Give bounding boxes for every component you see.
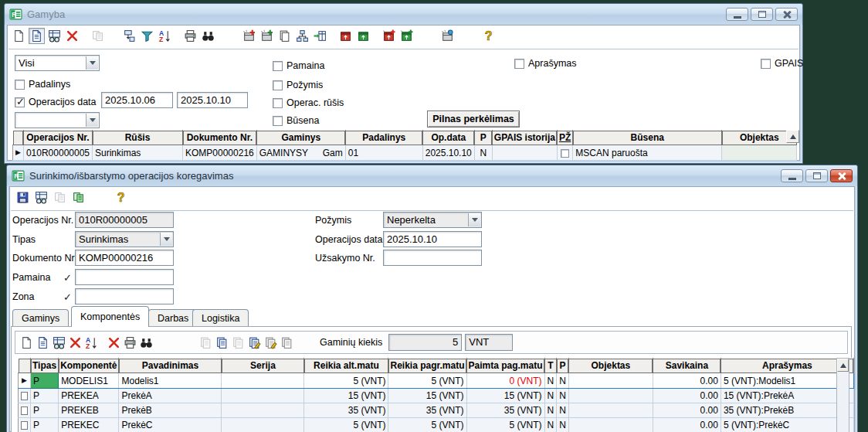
cell[interactable]	[222, 403, 304, 418]
flowchart-icon[interactable]	[294, 28, 310, 44]
cell[interactable]: 5 (VNT)	[388, 373, 466, 389]
cell[interactable]: 0.00	[653, 389, 721, 403]
operacijos-data-field[interactable]: 2025.10.10	[383, 231, 482, 247]
table-import-icon[interactable]	[312, 28, 328, 44]
chevron-down-icon[interactable]	[468, 213, 480, 226]
column-header[interactable]: Padalinys	[345, 131, 422, 145]
column-header[interactable]: Tipas	[31, 359, 59, 373]
aprasymas-checkbox[interactable]: Aprašymas	[514, 58, 577, 69]
column-header[interactable]: P	[557, 359, 569, 373]
paste-icon[interactable]	[70, 189, 86, 206]
cell[interactable]: 0.00	[653, 418, 721, 432]
cell[interactable]	[222, 373, 304, 389]
delete-icon[interactable]	[67, 335, 83, 351]
column-header[interactable]: P	[474, 131, 492, 145]
secondary-select[interactable]	[15, 112, 100, 128]
row-selector[interactable]	[21, 392, 28, 400]
cell[interactable]: 5 (VNT)	[304, 373, 388, 389]
filter-icon[interactable]	[139, 28, 155, 44]
scroll-up-button[interactable]	[786, 130, 799, 143]
cell[interactable]: PrekėB	[119, 403, 222, 418]
cell[interactable]: 010R00000005	[23, 145, 92, 161]
cell[interactable]: N	[557, 373, 569, 389]
tab-gaminys[interactable]: Gaminys	[12, 309, 69, 327]
hierarchy-icon[interactable]	[121, 28, 137, 44]
print-icon[interactable]	[122, 335, 138, 351]
selector-header[interactable]	[19, 359, 31, 373]
type-select[interactable]: Visi	[15, 55, 100, 71]
cell[interactable]: N	[544, 389, 557, 403]
gpais-row-checkbox[interactable]	[557, 145, 572, 161]
ledger-green-add-icon[interactable]	[398, 28, 415, 44]
pages-blue-icon[interactable]	[214, 335, 230, 351]
cell[interactable]: 15 (VNT)	[388, 389, 466, 403]
padalinys-checkbox[interactable]: Padalinys	[15, 79, 70, 90]
table-row[interactable]: P PREKEC PrekėC 5 (VNT) 5 (VNT) 5 (VNT) …	[19, 418, 854, 432]
minimize-button[interactable]	[781, 169, 803, 182]
chevron-down-icon[interactable]	[86, 56, 98, 70]
cell[interactable]: PrekėC	[119, 418, 222, 432]
column-header[interactable]: Komponentė	[59, 359, 119, 373]
pages-yellow-icon[interactable]	[263, 335, 279, 351]
cell[interactable]: P	[31, 403, 59, 418]
cell[interactable]: MODELIS1	[59, 373, 119, 389]
cell[interactable]	[568, 418, 653, 432]
operacijos-nr-field[interactable]: 010R00000005	[75, 212, 174, 228]
ledger-red-icon[interactable]	[337, 28, 354, 44]
cell[interactable]: 5 (VNT)	[304, 418, 388, 432]
tab-komponentes[interactable]: Komponentės	[71, 306, 149, 327]
new-icon[interactable]	[11, 28, 27, 44]
tab-darbas[interactable]: Darbas	[148, 309, 198, 327]
import-edit-icon[interactable]	[259, 28, 275, 44]
table-row[interactable]: ▶ P MODELIS1 Modelis1 5 (VNT) 5 (VNT) 0 …	[19, 373, 854, 389]
print-icon[interactable]	[182, 28, 198, 44]
cell[interactable]: GAMINYSYGam	[256, 145, 345, 161]
cell[interactable]	[222, 389, 304, 403]
cell[interactable]: PrekėA	[119, 389, 222, 403]
cell[interactable]: 15 (VNT)	[304, 389, 388, 403]
column-header[interactable]: PŽ	[557, 131, 572, 145]
cell[interactable]: Surinkimas	[93, 145, 183, 161]
column-header[interactable]: Gaminys	[256, 131, 345, 145]
selector-header[interactable]	[13, 131, 24, 145]
view-record-icon[interactable]	[33, 189, 49, 206]
uzsakymo-nr-field[interactable]	[383, 250, 482, 266]
cell[interactable]: 0.00	[653, 403, 721, 418]
column-header[interactable]: Objektas	[568, 359, 653, 373]
close-button[interactable]	[830, 169, 853, 182]
cell[interactable]: 35 (VNT):PrekėB	[721, 403, 853, 418]
column-header[interactable]: Op.data	[422, 131, 474, 145]
help-icon[interactable]	[480, 28, 497, 44]
cell[interactable]: 15 (VNT)	[466, 389, 544, 403]
kiekis-value-field[interactable]: 5	[388, 334, 462, 351]
zona-field[interactable]	[75, 288, 174, 304]
pamaina-field[interactable]	[75, 269, 174, 285]
column-header[interactable]: Būsena	[573, 131, 722, 145]
chevron-down-icon[interactable]	[86, 114, 98, 127]
column-header[interactable]: Serija	[222, 359, 304, 373]
operacijos-data-checkbox[interactable]: Operacijos data	[15, 97, 97, 107]
tab-logistika[interactable]: Logistika	[192, 309, 249, 327]
cell[interactable]: N	[544, 418, 557, 432]
cell[interactable]: 15 (VNT):PrekėA	[721, 389, 853, 403]
pozymis-select[interactable]: Neperkelta	[383, 212, 482, 228]
restore-button[interactable]	[751, 8, 773, 21]
dokumento-nr-field[interactable]: KOMP00000216	[75, 250, 174, 266]
cell[interactable]: N	[544, 403, 557, 418]
vertical-scrollbar[interactable]	[836, 358, 849, 432]
close-button[interactable]	[775, 8, 798, 21]
restore-button[interactable]	[805, 169, 828, 182]
operac-rusis-checkbox[interactable]: Operac. rūšis	[273, 97, 344, 108]
cell[interactable]: N	[544, 373, 557, 389]
row-selector[interactable]	[21, 406, 28, 415]
cell[interactable]: 35 (VNT)	[304, 403, 388, 418]
cell[interactable]: 35 (VNT)	[466, 403, 544, 418]
date-to-input[interactable]: 2025.10.10	[177, 92, 248, 108]
busena-checkbox[interactable]: Būsena	[273, 115, 319, 126]
cell[interactable]: P	[31, 418, 59, 432]
pilnas-perkelimas-button[interactable]: Pilnas perkėlimas	[427, 111, 520, 128]
sort-az-icon[interactable]	[157, 28, 173, 44]
minimize-button[interactable]	[726, 8, 748, 21]
documents-icon[interactable]	[276, 28, 293, 44]
cell[interactable]: 0.00	[653, 373, 721, 389]
